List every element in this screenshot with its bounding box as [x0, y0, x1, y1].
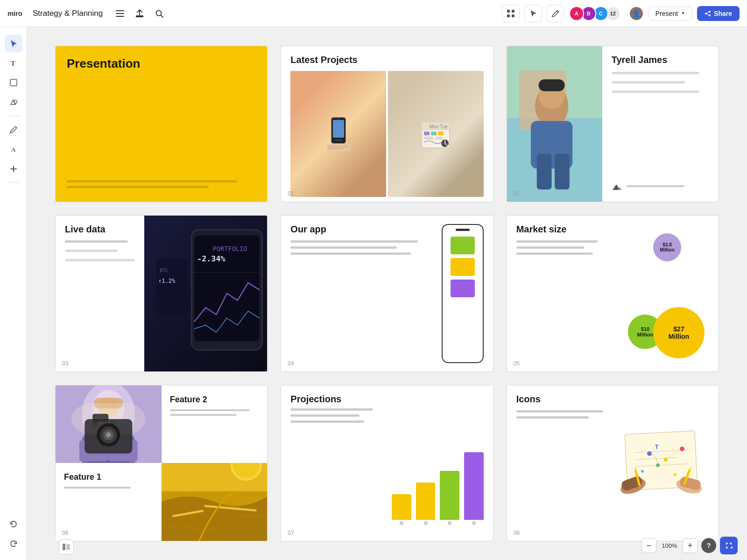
- slide-3[interactable]: Tyrell James: [507, 46, 719, 202]
- slide-4[interactable]: Live data: [55, 215, 268, 371]
- bar-group-3: [440, 471, 459, 526]
- bubble-large: $27Million: [653, 307, 705, 358]
- svg-rect-1: [116, 10, 124, 11]
- slide-9-illustration: T: [613, 394, 709, 532]
- svg-rect-25: [327, 144, 350, 151]
- line: [67, 180, 237, 182]
- svg-point-12: [705, 13, 707, 14]
- svg-rect-16: [10, 79, 17, 86]
- slide-4-content: Live data: [56, 216, 144, 371]
- tool-undo[interactable]: [5, 515, 22, 533]
- line: [516, 246, 584, 249]
- svg-rect-48: [538, 79, 564, 91]
- feature-2-text: Feature 2: [162, 385, 268, 463]
- slide-5[interactable]: Our app 04: [281, 215, 493, 371]
- share-button[interactable]: Share: [697, 6, 740, 21]
- collaborator-avatars: A B C 12: [569, 6, 620, 21]
- slide-3-photo: [507, 46, 602, 202]
- expand-button[interactable]: [720, 537, 738, 554]
- mountain-icon: [612, 182, 622, 193]
- svg-rect-106: [66, 545, 70, 546]
- widgets-button[interactable]: [502, 5, 520, 22]
- menu-button[interactable]: [112, 6, 128, 21]
- svg-point-24: [338, 119, 339, 120]
- topbar: miro Strategy & Planning A B C 12 👤: [0, 0, 747, 27]
- slide-8-title: Projections: [290, 394, 483, 405]
- search-button[interactable]: [151, 6, 167, 21]
- sidebar: T A: [0, 27, 27, 560]
- tool-shapes[interactable]: [5, 93, 22, 111]
- line: [290, 252, 411, 255]
- present-button[interactable]: Present: [648, 7, 692, 21]
- cursor-tool-button[interactable]: [524, 5, 542, 22]
- avatar-1: A: [569, 6, 584, 21]
- slide-5-title: Our app: [290, 224, 432, 235]
- bar-1: [392, 494, 411, 520]
- slide-1-title: Presentation: [67, 56, 256, 71]
- svg-line-13: [707, 12, 709, 13]
- slide-2[interactable]: Latest Projects: [281, 46, 493, 202]
- main-canvas: Presentation Latest Projects: [27, 27, 747, 560]
- slide-6-title: Market size: [516, 224, 606, 235]
- line: [516, 410, 603, 413]
- svg-rect-56: [156, 258, 188, 315]
- upload-button[interactable]: [132, 6, 148, 21]
- bar-group-4: [464, 452, 484, 526]
- help-button[interactable]: ?: [701, 538, 716, 553]
- tool-cursor[interactable]: [5, 35, 22, 52]
- svg-rect-22: [333, 120, 344, 138]
- dot-3: [448, 521, 451, 525]
- feature-image-2: [162, 463, 268, 541]
- bar-3: [440, 471, 459, 520]
- zoom-in-button[interactable]: +: [683, 538, 698, 553]
- tool-text[interactable]: T: [5, 54, 22, 72]
- tool-sticky-note[interactable]: [5, 74, 22, 91]
- current-user-avatar: 👤: [629, 6, 644, 21]
- svg-rect-36: [436, 137, 443, 140]
- svg-rect-78: [111, 420, 116, 424]
- line: [290, 240, 418, 243]
- slide-4-photo: PORTFOLIO -2.34% BTC ↑1.2%: [144, 216, 267, 371]
- app-block-2: [451, 258, 475, 276]
- topbar-right: A B C 12 👤 Present Share: [502, 5, 740, 22]
- svg-text:miro: miro: [7, 9, 22, 17]
- pen-tool-button[interactable]: [547, 5, 564, 22]
- slide-2-images: Mon Tue: [290, 71, 483, 197]
- svg-rect-7: [512, 10, 514, 13]
- line: [290, 246, 396, 249]
- svg-text:T: T: [655, 444, 659, 450]
- line: [290, 420, 364, 423]
- line: [612, 72, 699, 74]
- tool-add[interactable]: [5, 160, 22, 178]
- tool-redo[interactable]: [5, 535, 22, 553]
- svg-rect-6: [507, 10, 510, 13]
- feature-image-1: [56, 385, 162, 463]
- svg-text:A: A: [11, 146, 16, 153]
- zoom-level: 100%: [660, 542, 679, 549]
- slide-7[interactable]: Feature 2 Feature 1: [55, 385, 268, 541]
- line: [65, 259, 135, 261]
- svg-rect-105: [63, 544, 65, 550]
- slide-3-name: Tyrell James: [612, 55, 709, 65]
- svg-rect-2: [116, 13, 124, 14]
- slide-1[interactable]: Presentation: [55, 46, 268, 202]
- slide-8-content: [290, 408, 483, 532]
- slide-9[interactable]: Icons: [507, 385, 719, 541]
- svg-rect-9: [512, 14, 514, 17]
- phone-notch: [456, 229, 470, 231]
- tool-pen[interactable]: [5, 121, 22, 139]
- svg-rect-23: [335, 140, 342, 141]
- slide-3-number: 02: [514, 190, 520, 197]
- bar-4: [464, 452, 484, 520]
- tool-marker[interactable]: A: [5, 140, 22, 158]
- slide-8[interactable]: Projections: [281, 385, 493, 541]
- zoom-out-button[interactable]: −: [641, 538, 656, 553]
- line: [627, 185, 684, 187]
- line: [290, 408, 373, 411]
- slide-6[interactable]: Market size $3.8Million $10Million $27Mi…: [507, 215, 719, 371]
- app-block-1: [451, 237, 475, 254]
- svg-line-14: [707, 14, 709, 15]
- sidebar-toggle-button[interactable]: [59, 539, 74, 554]
- app-logo[interactable]: miro: [7, 8, 26, 19]
- slide-4-number: 03: [62, 360, 68, 367]
